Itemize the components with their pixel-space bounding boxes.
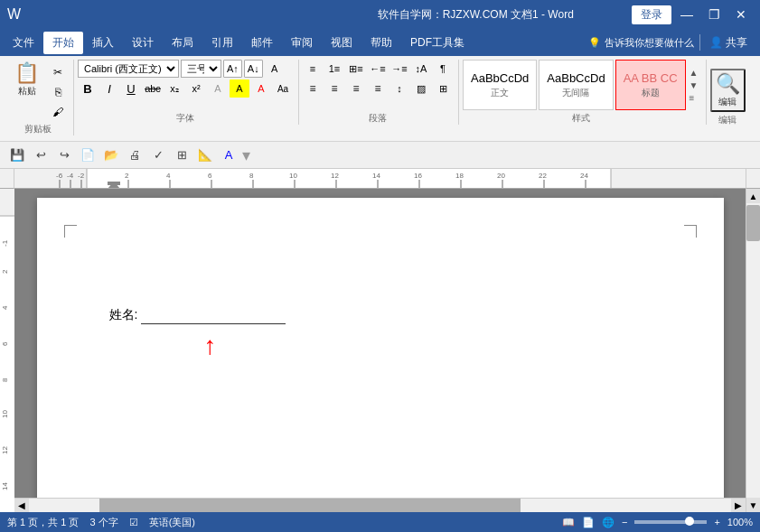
superscript-button[interactable]: x² [186,79,206,98]
zoom-thumb[interactable] [685,517,694,526]
zoom-level[interactable]: 100% [727,517,753,527]
scroll-left-button[interactable]: ◀ [14,499,29,513]
font-size-aa-button[interactable]: Aa [273,79,293,98]
draw-table-button[interactable]: ⊞ [172,145,192,165]
italic-button[interactable]: I [99,79,119,98]
font-group: Calibri (西文正文) 三号 A↑ A↓ A B I U abc x₂ x… [76,60,299,125]
menu-design[interactable]: 设计 [123,32,163,54]
login-button[interactable]: 登录 [632,5,671,24]
clear-format-button[interactable]: A [265,60,285,78]
font-color-button[interactable]: A [251,79,271,98]
underline-button[interactable]: U [121,79,141,98]
web-layout-icon[interactable]: 🌐 [602,517,615,528]
increase-font-button[interactable]: A↑ [223,60,242,78]
zoom-plus-button[interactable]: + [714,517,719,527]
show-hide-button[interactable]: ¶ [433,60,453,78]
strikethrough-button[interactable]: abc [143,79,163,98]
zoom-slider[interactable] [634,520,707,524]
align-center-button[interactable]: ≡ [324,79,344,98]
editing-group: 🔍 编辑 编辑 [708,60,751,126]
scroll-down-arrow[interactable]: ▼ [688,79,700,91]
menu-help[interactable]: 帮助 [361,32,401,54]
open-file-button[interactable]: 📂 [101,145,121,165]
scroll-track[interactable] [746,203,760,498]
quick-access-toolbar: 💾 ↩ ↪ 📄 📂 🖨 ✓ ⊞ 📐 A ▾ [0,142,760,169]
spelling-button[interactable]: ✓ [148,145,168,165]
styles-group: AaBbCcDd 正文 AaBbCcDd 无间隔 AA BB CC 标题 ▲ ▼… [461,60,707,125]
h-scroll-track[interactable] [29,499,731,512]
svg-text:14: 14 [1,482,9,490]
new-doc-button[interactable]: 📄 [78,145,98,165]
svg-text:6: 6 [208,172,212,180]
increase-indent-button[interactable]: →≡ [389,60,409,78]
style-normal[interactable]: AaBbCcDd 正文 [463,60,537,110]
justify-button[interactable]: ≡ [368,79,388,98]
menu-bar: 文件 开始 插入 设计 布局 引用 邮件 审阅 视图 帮助 PDF工具集 💡 吿… [0,29,760,56]
subscript-button[interactable]: x₂ [164,79,184,98]
paste-button[interactable]: 📋 粘贴 [7,60,46,99]
format-painter-button[interactable]: 🖌 [48,103,68,121]
scroll-up-button[interactable]: ▲ [746,189,760,203]
find-button[interactable]: 🔍 编辑 [710,69,746,112]
menu-insert[interactable]: 插入 [83,32,123,54]
bullets-button[interactable]: ≡ [303,60,323,78]
borders-button[interactable]: ⊞ [433,79,453,98]
numbering-button[interactable]: 1≡ [324,60,344,78]
ask-me-box[interactable]: 💡 吿诉我你想要做什么 [583,34,699,51]
font-size-select[interactable]: 三号 [181,60,221,78]
read-mode-icon[interactable]: 📖 [562,517,575,528]
redo-quick-button[interactable]: ↪ [54,145,74,165]
menu-view[interactable]: 视图 [322,32,361,54]
text-color-quick-button[interactable]: A [219,145,239,165]
bold-button[interactable]: B [78,79,98,98]
print-preview-button[interactable]: 🖨 [125,145,145,165]
scroll-up-arrow[interactable]: ▲ [688,67,700,79]
svg-rect-29 [108,182,120,185]
cut-button[interactable]: ✂ [48,63,68,81]
undo-quick-button[interactable]: ↩ [31,145,51,165]
share-button[interactable]: 👤 共享 [700,32,756,54]
h-scroll-thumb[interactable] [99,499,521,512]
horizontal-ruler: 2 4 6 8 10 12 14 16 18 20 22 24 [14,169,746,189]
scroll-down-button[interactable]: ▼ [746,498,760,512]
save-quick-button[interactable]: 💾 [7,145,27,165]
scroll-thumb[interactable] [746,205,760,241]
multilevel-button[interactable]: ⊞≡ [346,60,366,78]
menu-file[interactable]: 文件 [4,32,43,54]
menu-layout[interactable]: 布局 [163,32,202,54]
restore-button[interactable]: ❐ [702,3,726,26]
svg-text:20: 20 [497,172,505,180]
shading-button[interactable]: ▨ [411,79,431,98]
menu-home[interactable]: 开始 [43,32,83,54]
decrease-indent-button[interactable]: ←≡ [368,60,388,78]
decrease-font-button[interactable]: A↓ [244,60,263,78]
close-button[interactable]: ✕ [729,3,753,26]
add-quick-button[interactable]: ▾ [242,145,250,165]
document-scroll[interactable]: 姓名: ↑ [14,189,746,498]
text-effect-button[interactable]: A [208,79,228,98]
zoom-minus-button[interactable]: − [622,517,627,527]
style-heading1[interactable]: AA BB CC 标题 [615,60,686,110]
menu-references[interactable]: 引用 [202,32,242,54]
align-left-button[interactable]: ≡ [303,79,323,98]
line-spacing-button[interactable]: ↕ [389,79,409,98]
menu-review[interactable]: 审阅 [282,32,322,54]
editing-label: 编辑 [710,114,746,126]
ask-me-text: 吿诉我你想要做什么 [605,36,694,50]
svg-text:10: 10 [289,172,297,180]
font-name-select[interactable]: Calibri (西文正文) [78,60,179,78]
highlight-button[interactable]: A [230,79,249,98]
menu-mailings[interactable]: 邮件 [242,32,282,54]
svg-text:-4: -4 [67,172,74,180]
print-layout-icon[interactable]: 📄 [582,517,595,528]
menu-pdf-tools[interactable]: PDF工具集 [401,32,474,54]
status-bar: 第 1 页，共 1 页 3 个字 ☑ 英语(美国) 📖 📄 🌐 − + 100% [0,512,760,532]
style-no-spacing[interactable]: AaBbCcDd 无间隔 [539,60,613,110]
minimize-button[interactable]: — [675,3,699,26]
copy-button[interactable]: ⎘ [48,83,68,101]
sort-button[interactable]: ↕A [411,60,431,78]
scroll-expand-arrow[interactable]: ≡ [688,92,700,104]
custom-quick-button[interactable]: 📐 [195,145,215,165]
scroll-right-button[interactable]: ▶ [731,499,746,513]
align-right-button[interactable]: ≡ [346,79,366,98]
